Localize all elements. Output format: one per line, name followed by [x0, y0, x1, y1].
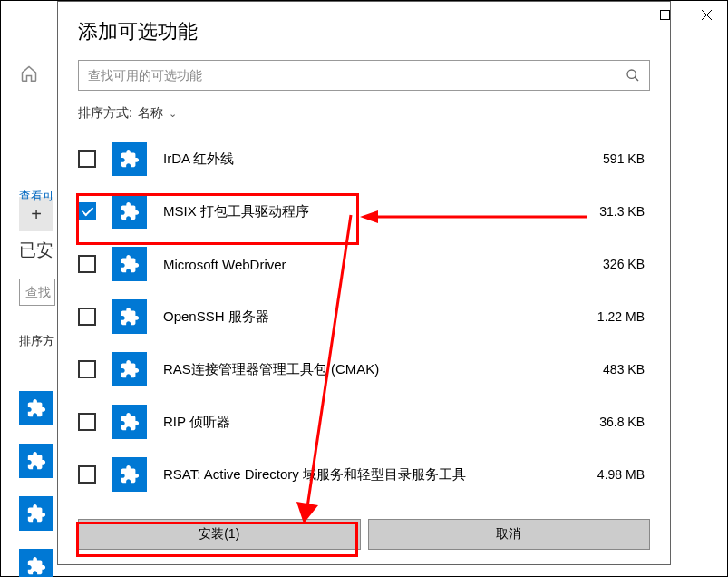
feature-name: IrDA 红外线: [163, 151, 587, 168]
minimize-button[interactable]: [602, 1, 644, 28]
sort-value: 名称: [138, 105, 163, 122]
feature-size: 591 KB: [603, 152, 645, 166]
bg-feature-icon: [19, 444, 53, 478]
feature-name: RSAT: Active Directory 域服务和轻型目录服务工具: [163, 466, 581, 484]
svg-point-5: [627, 70, 636, 78]
feature-checkbox[interactable]: [78, 360, 96, 378]
feature-item[interactable]: RAS连接管理器管理工具包 (CMAK)483 KB: [78, 343, 650, 396]
feature-checkbox[interactable]: [78, 255, 96, 273]
puzzle-icon: [112, 142, 147, 176]
feature-size: 31.3 KB: [599, 204, 645, 219]
close-button[interactable]: [685, 1, 727, 28]
feature-checkbox[interactable]: [78, 465, 96, 484]
feature-item[interactable]: RSAT: Active Directory 域服务和轻型目录服务工具4.98 …: [78, 448, 650, 501]
puzzle-icon: [112, 405, 147, 439]
puzzle-icon: [112, 194, 147, 229]
puzzle-icon: [112, 457, 147, 492]
bg-feature-icon: [19, 549, 53, 577]
feature-checkbox[interactable]: [78, 413, 96, 431]
sort-label: 排序方式:: [78, 105, 132, 122]
feature-item[interactable]: Microsoft WebDriver326 KB: [78, 238, 650, 290]
feature-name: MSIX 打包工具驱动程序: [163, 203, 583, 220]
bg-feature-icon: [19, 391, 53, 425]
search-input[interactable]: [88, 68, 626, 83]
bg-feature-icon: [19, 496, 53, 531]
feature-checkbox[interactable]: [78, 150, 96, 168]
puzzle-icon: [112, 299, 147, 334]
feature-name: RIP 侦听器: [163, 414, 583, 431]
bg-search-input: 查找: [19, 279, 55, 306]
feature-name: RAS连接管理器管理工具包 (CMAK): [163, 361, 587, 378]
feature-checkbox[interactable]: [78, 308, 96, 326]
feature-size: 483 KB: [603, 362, 645, 377]
feature-list: IrDA 红外线591 KBMSIX 打包工具驱动程序31.3 KBMicros…: [78, 132, 650, 508]
dialog-title: 添加可选功能: [78, 18, 650, 45]
bg-installed-heading: 已安: [19, 239, 57, 262]
search-icon: [626, 68, 640, 83]
feature-name: Microsoft WebDriver: [163, 257, 587, 272]
sort-dropdown[interactable]: 排序方式: 名称 ⌄: [78, 105, 650, 122]
feature-item[interactable]: MSIX 打包工具驱动程序31.3 KB: [78, 185, 650, 238]
bg-add-button: +: [19, 133, 53, 231]
feature-size: 36.8 KB: [599, 415, 645, 429]
cancel-button[interactable]: 取消: [368, 519, 651, 550]
feature-size: 4.98 MB: [597, 467, 645, 482]
puzzle-icon: [112, 247, 147, 281]
svg-rect-1: [660, 10, 669, 19]
home-icon: [20, 64, 38, 83]
feature-checkbox[interactable]: [78, 202, 96, 220]
feature-item[interactable]: RIP 侦听器36.8 KB: [78, 396, 650, 448]
bg-view-available-link: 查看可: [19, 188, 57, 204]
puzzle-icon: [112, 352, 147, 386]
install-button[interactable]: 安装(1): [78, 519, 361, 550]
feature-size: 326 KB: [603, 257, 645, 271]
feature-size: 1.22 MB: [597, 309, 645, 324]
feature-name: OpenSSH 服务器: [163, 308, 581, 326]
svg-line-6: [635, 77, 638, 81]
feature-item[interactable]: IrDA 红外线591 KB: [78, 132, 650, 185]
maximize-button[interactable]: [644, 1, 685, 28]
add-optional-feature-dialog: 添加可选功能 排序方式: 名称 ⌄ IrDA 红外线591 KBMSIX 打包工…: [57, 1, 671, 565]
bg-sort-label: 排序方: [19, 333, 57, 349]
search-input-container[interactable]: [78, 60, 650, 91]
chevron-down-icon: ⌄: [169, 108, 177, 120]
feature-item[interactable]: OpenSSH 服务器1.22 MB: [78, 290, 650, 343]
